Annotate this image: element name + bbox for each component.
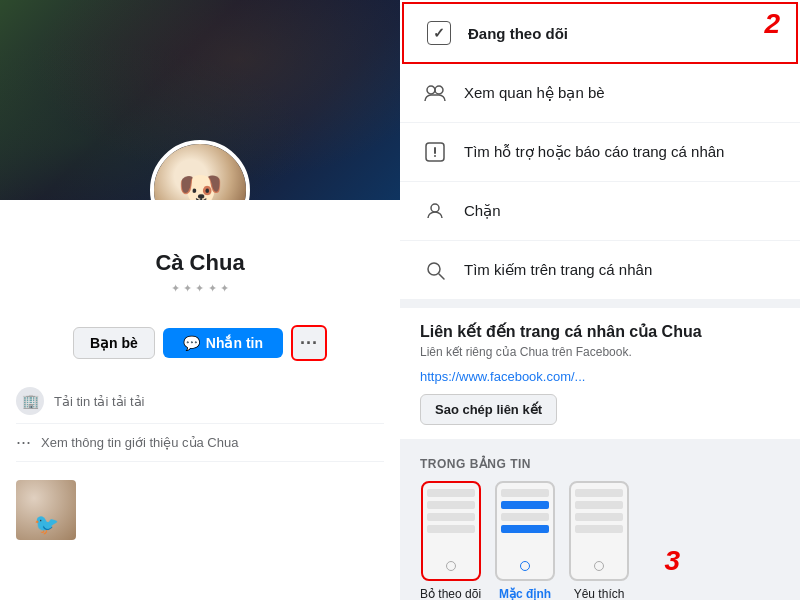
link-subtitle: Liên kết riêng của Chua trên Facebook.	[420, 345, 780, 359]
svg-point-0	[427, 86, 435, 94]
work-icon: 🏢	[16, 387, 44, 415]
menu-item-report[interactable]: Tìm hỗ trợ hoặc báo cáo trang cá nhân	[400, 123, 800, 182]
profile-sparkle: ✦ ✦ ✦ ✦ ✦	[20, 282, 380, 295]
phone-bar	[427, 501, 475, 509]
profile-name: Cà Chua	[20, 250, 380, 276]
work-text: Tải tin tải tải tải	[54, 394, 145, 409]
messenger-icon: 💬	[183, 335, 200, 351]
follow-icon: ✓	[424, 18, 454, 48]
menu-item-search[interactable]: Tìm kiếm trên trang cá nhân	[400, 241, 800, 300]
phone-bar	[427, 513, 475, 521]
message-button[interactable]: 💬 Nhắn tin	[163, 328, 283, 358]
menu-section: 2 ✓ Đang theo dõi Xem quan hệ bạn bè	[400, 0, 800, 300]
action-buttons: Bạn bè 💬 Nhắn tin ··· 1	[0, 317, 400, 369]
photo-inner: 🐦	[16, 480, 76, 540]
feed-label: TRONG BẢNG TIN	[420, 457, 780, 471]
feed-option-favorite[interactable]: Yêu thích	[569, 481, 629, 600]
phone-dot-blue	[520, 561, 530, 571]
relationship-icon	[420, 78, 450, 108]
menu-item-follow[interactable]: ✓ Đang theo dõi	[402, 2, 798, 64]
work-detail: 🏢 Tải tin tải tải tải	[16, 379, 384, 424]
phone-bar-blue	[501, 525, 549, 533]
phone-bar	[501, 513, 549, 521]
phone-mockup-unfollow	[421, 481, 481, 581]
feed-section: TRONG BẢNG TIN Bỏ theo dõi	[400, 447, 800, 600]
svg-point-4	[434, 155, 436, 157]
search-icon	[420, 255, 450, 285]
feed-option-unfollow[interactable]: Bỏ theo dõi	[420, 481, 481, 600]
phone-bar	[575, 525, 623, 533]
annotation-3: 3	[664, 545, 680, 577]
phone-bar	[427, 489, 475, 497]
relationship-label: Xem quan hệ bạn bè	[464, 84, 605, 102]
phone-bar	[501, 489, 549, 497]
phone-bar	[575, 501, 623, 509]
avatar-image: 🐶	[154, 144, 246, 200]
svg-point-5	[431, 204, 439, 212]
left-panel: 🐶 Cà Chua ✦ ✦ ✦ ✦ ✦ Bạn bè 💬 Nhắn tin ··…	[0, 0, 400, 600]
svg-line-8	[439, 274, 444, 279]
link-url[interactable]: https://www.facebook.com/...	[420, 369, 780, 384]
report-label: Tìm hỗ trợ hoặc báo cáo trang cá nhân	[464, 143, 724, 161]
favorite-label: Yêu thích	[574, 587, 625, 600]
profile-details: 🏢 Tải tin tải tải tải ··· Xem thông tin …	[0, 369, 400, 472]
intro-detail[interactable]: ··· Xem thông tin giới thiệu của Chua	[16, 424, 384, 462]
link-title: Liên kết đến trang cá nhân của Chua	[420, 322, 780, 341]
link-section: Liên kết đến trang cá nhân của Chua Liên…	[400, 308, 800, 439]
photo-grid: 🐦	[0, 472, 400, 548]
profile-info: Cà Chua ✦ ✦ ✦ ✦ ✦	[0, 250, 400, 317]
svg-point-1	[435, 86, 443, 94]
svg-point-6	[432, 205, 438, 211]
dots-icon: ···	[16, 432, 31, 453]
annotation-2: 2	[764, 8, 780, 40]
phone-mockup-default	[495, 481, 555, 581]
block-label: Chặn	[464, 202, 501, 220]
phone-bar	[427, 525, 475, 533]
friend-button[interactable]: Bạn bè	[73, 327, 155, 359]
search-label: Tìm kiếm trên trang cá nhân	[464, 261, 652, 279]
copy-link-button[interactable]: Sao chép liên kết	[420, 394, 557, 425]
menu-item-block[interactable]: Chặn	[400, 182, 800, 241]
phone-dot	[594, 561, 604, 571]
bird-icon: 🐦	[34, 512, 59, 540]
checkmark-box: ✓	[427, 21, 451, 45]
default-label: Mặc định	[499, 587, 551, 600]
feed-option-default[interactable]: Mặc định	[495, 481, 555, 600]
more-button[interactable]: ···	[291, 325, 327, 361]
phone-mockup-favorite	[569, 481, 629, 581]
phone-bar	[575, 489, 623, 497]
unfollow-label: Bỏ theo dõi	[420, 587, 481, 600]
intro-text: Xem thông tin giới thiệu của Chua	[41, 435, 238, 450]
svg-point-7	[428, 263, 440, 275]
follow-label: Đang theo dõi	[468, 25, 568, 42]
phone-bar	[575, 513, 623, 521]
report-icon	[420, 137, 450, 167]
cover-photo: 🐶	[0, 0, 400, 200]
right-panel: 2 ✓ Đang theo dõi Xem quan hệ bạn bè	[400, 0, 800, 600]
menu-item-relationship[interactable]: Xem quan hệ bạn bè	[400, 64, 800, 123]
phone-bar-blue	[501, 501, 549, 509]
block-icon	[420, 196, 450, 226]
feed-options: Bỏ theo dõi Mặc định	[420, 481, 780, 600]
photo-thumb[interactable]: 🐦	[16, 480, 76, 540]
phone-dot	[446, 561, 456, 571]
